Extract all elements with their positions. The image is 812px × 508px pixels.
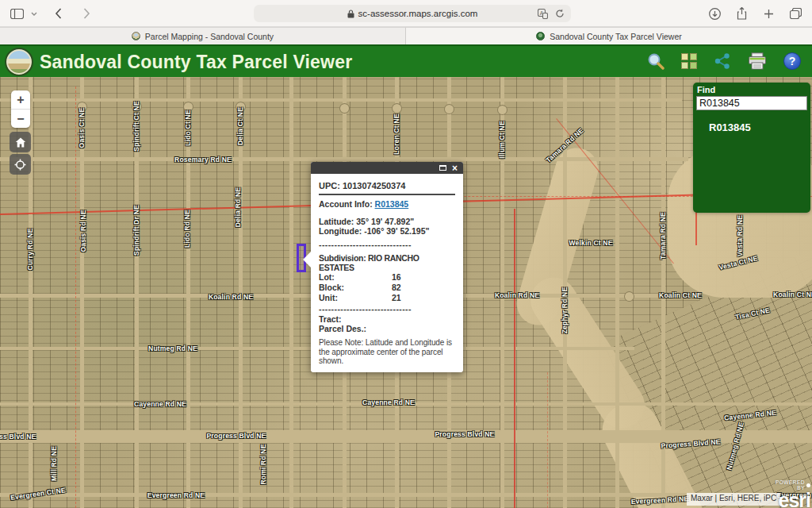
popup-body: UPC: 1013074250374 Account Info: R013845… bbox=[311, 174, 463, 372]
detail-value: 16 bbox=[392, 272, 401, 283]
culdesac-bulb bbox=[339, 103, 350, 114]
separator: ------------------------------ bbox=[319, 240, 455, 249]
detail-label: Block: bbox=[319, 283, 392, 293]
street-label: Spindrift Ct NE bbox=[132, 101, 140, 151]
parcel-detail-row: Lot:16 bbox=[319, 272, 455, 283]
street-label: Delia Ct NE bbox=[236, 107, 244, 145]
zoom-out-button[interactable]: − bbox=[11, 110, 30, 128]
street-band bbox=[0, 98, 682, 102]
street-label: Mill Rd NE bbox=[50, 446, 58, 481]
find-input[interactable] bbox=[696, 96, 807, 110]
new-tab-icon[interactable] bbox=[760, 5, 777, 22]
street-band bbox=[615, 77, 619, 508]
culdesac-bulb bbox=[624, 291, 634, 302]
street-label: Oasis Ct NE bbox=[78, 108, 86, 148]
find-result-item[interactable]: R013845 bbox=[709, 121, 810, 133]
map[interactable]: Rosemary Rd NEKoalin Rd NEKoalin Rd NEKo… bbox=[0, 77, 812, 508]
tab-tax-parcel-viewer[interactable]: Sandoval County Tax Parcel Viewer bbox=[406, 27, 812, 44]
viewer-favicon bbox=[536, 32, 545, 40]
detail-label: Lot: bbox=[319, 272, 392, 283]
street-label: Vesta Rd NE bbox=[736, 215, 744, 256]
share-icon[interactable] bbox=[733, 5, 750, 22]
street-label: Cayenne Rd NE bbox=[134, 400, 186, 408]
street-label: Nutmeg Rd NE bbox=[148, 344, 197, 352]
find-label: Find bbox=[697, 85, 810, 94]
tract-label: Tract: bbox=[319, 314, 455, 324]
street-label: Koalin Rd NE bbox=[495, 291, 539, 299]
account-label: Account Info: bbox=[319, 199, 373, 209]
street-label: Cayenne Rd NE bbox=[362, 398, 415, 406]
reload-icon[interactable] bbox=[555, 9, 565, 18]
street-band bbox=[0, 157, 688, 161]
boundary-line bbox=[547, 372, 548, 508]
tab-title: Parcel Mapping - Sandoval County bbox=[145, 32, 274, 41]
parcel-info-popup: × UPC: 1013074250374 Account Info: R0138… bbox=[311, 162, 463, 372]
downloads-icon[interactable] bbox=[706, 5, 723, 22]
detail-value: 21 bbox=[392, 293, 401, 303]
street-label: Welkin Ct NE bbox=[569, 239, 612, 247]
parcel-des-label: Parcel Des.: bbox=[319, 324, 455, 333]
home-icon bbox=[15, 137, 26, 148]
basemap-gallery-icon[interactable] bbox=[681, 53, 697, 69]
culdesac-bulb bbox=[497, 105, 508, 115]
help-icon[interactable]: ? bbox=[783, 52, 801, 70]
street-label: Zephyr Rd NE bbox=[561, 287, 569, 334]
separator: ------------------------------ bbox=[319, 304, 455, 314]
home-button[interactable] bbox=[10, 132, 31, 152]
subdivision-value: Subdivision: RIO RANCHO ESTATES bbox=[319, 253, 455, 272]
page-title: Sandoval County Tax Parcel Viewer bbox=[40, 52, 352, 73]
popup-close-icon[interactable]: × bbox=[452, 164, 458, 172]
street-label: Koalin Ct NE bbox=[659, 291, 702, 299]
street-label: Tamara Rd NE bbox=[659, 212, 667, 260]
street-label: Koalin Rd NE bbox=[209, 293, 253, 301]
lock-icon bbox=[347, 10, 354, 18]
translate-icon[interactable]: A bbox=[538, 9, 548, 19]
search-tool-icon[interactable] bbox=[647, 52, 665, 70]
longitude-value: Longitude: -106° 39' 52.195" bbox=[319, 226, 455, 236]
esri-dot-icon bbox=[806, 483, 810, 487]
parcel-detail-row: Unit:21 bbox=[319, 293, 455, 303]
sidebar-icon[interactable] bbox=[8, 5, 25, 22]
county-seal-favicon bbox=[132, 32, 140, 40]
back-icon[interactable] bbox=[49, 5, 67, 22]
culdesac-bulb bbox=[392, 103, 402, 114]
zoom-in-button[interactable]: + bbox=[11, 90, 30, 109]
locate-button[interactable] bbox=[10, 154, 31, 175]
street-label: Oasis Rd NE bbox=[79, 210, 87, 252]
street-label: Spindrift Dr NE bbox=[132, 205, 140, 256]
app-header: Sandoval County Tax Parcel Viewer ? bbox=[0, 44, 812, 77]
street-label: Loren Ct NE bbox=[393, 114, 400, 154]
forward-icon[interactable] bbox=[78, 5, 95, 22]
tab-bar: Parcel Mapping - Sandoval County Sandova… bbox=[0, 27, 812, 44]
chevron-down-icon[interactable] bbox=[30, 5, 38, 22]
browser-toolbar: sc-assessor.maps.arcgis.com A bbox=[0, 0, 812, 27]
detail-label: Unit: bbox=[319, 293, 392, 303]
boundary-line bbox=[75, 87, 76, 508]
street-band bbox=[289, 77, 293, 508]
account-link[interactable]: R013845 bbox=[375, 199, 409, 209]
url-text: sc-assessor.maps.arcgis.com bbox=[358, 9, 478, 18]
street-label: Lido Rd NE bbox=[183, 210, 191, 248]
tab-title: Sandoval County Tax Parcel Viewer bbox=[550, 32, 682, 41]
detail-value: 82 bbox=[392, 283, 401, 293]
divider bbox=[319, 194, 455, 195]
tab-overview-icon[interactable] bbox=[787, 5, 804, 22]
street-label: Delia Rd NE bbox=[234, 187, 242, 227]
street-label: Koalin Ct NE bbox=[773, 291, 812, 298]
find-panel: Find R013845 bbox=[693, 83, 810, 213]
boundary-line bbox=[514, 209, 515, 508]
street-label: Romi Rd NE bbox=[259, 444, 267, 484]
street-label: Progress Blvd NE bbox=[206, 432, 266, 440]
street-label: Progress Blvd NE bbox=[0, 433, 36, 441]
street-label: Progress Blvd NE bbox=[435, 430, 494, 438]
street-label: Rosemary Rd NE bbox=[174, 156, 232, 164]
esri-brand-text: esri bbox=[779, 489, 810, 508]
popup-maximize-icon[interactable] bbox=[439, 165, 446, 171]
url-field[interactable]: sc-assessor.maps.arcgis.com A bbox=[254, 5, 571, 22]
culdesac-bulb bbox=[444, 104, 454, 114]
tab-parcel-mapping[interactable]: Parcel Mapping - Sandoval County bbox=[0, 27, 406, 44]
share-tool-icon[interactable] bbox=[714, 53, 731, 69]
print-tool-icon[interactable] bbox=[748, 52, 767, 70]
upc-value: UPC: 1013074250374 bbox=[319, 181, 455, 190]
county-seal-logo bbox=[5, 48, 33, 76]
